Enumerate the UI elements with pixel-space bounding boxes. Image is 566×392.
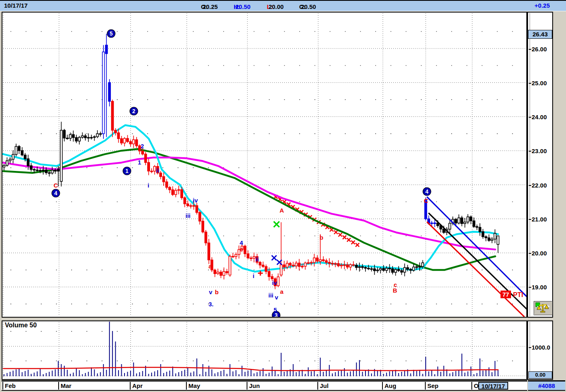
month-label-jun: Jun [249, 382, 260, 389]
svg-text:77: 77 [503, 291, 509, 298]
svg-text:3.: 3. [209, 301, 214, 308]
svg-text:b: b [319, 234, 323, 241]
green-x-icon [274, 221, 279, 227]
status-date: 10/17/17 [4, 2, 27, 9]
month-label-sep: Sep [427, 382, 439, 389]
volume-grid [3, 322, 526, 377]
ohlc-low: L: 20.00 [267, 2, 268, 9]
price-axis-label: 26.00 [532, 46, 547, 53]
volume-canvas[interactable]: Volume 50 [2, 321, 526, 379]
svg-text:4: 4 [425, 188, 429, 195]
month-tick [317, 382, 318, 390]
volume-pane-label: Volume 50 [5, 322, 37, 329]
month-label-o: O [474, 382, 479, 389]
svg-text:a: a [209, 263, 212, 270]
svg-text:c: c [240, 246, 243, 253]
svg-text:A: A [280, 207, 284, 214]
price-axis-label: 21.00 [532, 216, 547, 223]
svg-text:a: a [280, 288, 284, 295]
svg-text:2: 2 [132, 108, 135, 114]
price-tick [529, 49, 531, 50]
price-tick [529, 117, 531, 118]
price-axis-label: 19.00 [532, 284, 547, 291]
month-tick [382, 382, 383, 390]
volume-axis: 1000.0 0.00 [527, 320, 553, 380]
time-axis: FebMarAprMayJunJulAugSepO 10/17/17 [2, 380, 527, 391]
svg-text:ii: ii [256, 256, 259, 263]
svg-text:1: 1 [125, 168, 129, 174]
svg-text:1: 1 [138, 159, 141, 166]
volume-axis-label: 1000.0 [532, 344, 550, 351]
price-axis: 26.43 26.0025.0024.0023.0022.0021.0020.0… [527, 12, 553, 318]
svg-text:b: b [215, 289, 218, 295]
svg-text:PTI: PTI [513, 291, 523, 298]
month-label-jul: Jul [320, 382, 329, 389]
trend-lines [427, 197, 526, 317]
chart-number-box: #4088 [528, 380, 565, 391]
main-chart-canvas[interactable]: 521443C21iiiiviiiavb3.4ciiiiviiiva5AbcBC… [2, 13, 526, 317]
svg-text:C: C [424, 197, 429, 204]
high-price-badge: 26.43 [528, 30, 552, 39]
svg-text:5: 5 [110, 30, 113, 37]
svg-text:iv: iv [272, 279, 277, 286]
month-tick [130, 382, 131, 390]
price-axis-label: 24.00 [532, 114, 547, 120]
svg-text:i: i [253, 272, 254, 279]
svg-text:C: C [54, 182, 58, 189]
price-tick [529, 185, 531, 186]
ohlc-close: C: 20.50 [299, 2, 301, 9]
price-tick [529, 83, 531, 84]
volume-zero-badge: 0.00 [528, 371, 552, 379]
svg-text:4: 4 [54, 190, 57, 196]
price-axis-label: 20.00 [532, 250, 547, 257]
wave-labels: 521443C21iiiiviiiavb3.4ciiiiviiiva5AbcBC [52, 30, 431, 317]
svg-text:2: 2 [141, 143, 144, 150]
month-tick [2, 382, 3, 390]
month-tick [425, 382, 426, 390]
signal-markers [258, 221, 282, 276]
price-tick [529, 219, 531, 220]
svg-text:v: v [209, 289, 213, 295]
month-label-feb: Feb [5, 382, 16, 389]
price-axis-label: 23.00 [532, 148, 547, 154]
svg-text:5: 5 [274, 306, 277, 313]
svg-text:4: 4 [240, 239, 243, 246]
month-tick [247, 382, 247, 390]
status-bar: 10/17/17 O: 20.25 H: 20.50 L: 20.00 C: 2… [0, 1, 566, 11]
month-tick [58, 382, 59, 390]
svg-text:v: v [275, 294, 279, 301]
expert-alert-button[interactable] [534, 301, 553, 315]
svg-text:ii: ii [156, 167, 159, 174]
month-label-mar: Mar [61, 382, 72, 389]
volume-tick [529, 347, 531, 348]
month-label-may: May [188, 382, 200, 389]
month-label-aug: Aug [384, 382, 396, 389]
blue-x-icon [272, 255, 277, 260]
ohlc-open: O: 20.25 [201, 2, 203, 9]
price-axis-tick-column [530, 13, 530, 316]
svg-text:B: B [393, 287, 397, 294]
price-axis-label: 22.00 [532, 182, 547, 189]
price-tick [529, 151, 531, 152]
price-tick [529, 287, 531, 288]
ohlc-high: H: 20.50 [234, 2, 235, 9]
price-axis-label: 25.00 [532, 80, 547, 86]
month-tick [471, 382, 472, 390]
svg-text:iii: iii [186, 212, 191, 219]
month-tick [186, 382, 187, 390]
volume-axis-tick-column [530, 322, 530, 378]
price-tick [529, 253, 531, 254]
svg-text:iii: iii [268, 292, 274, 299]
svg-text:iv: iv [193, 197, 198, 204]
month-label-apr: Apr [132, 382, 143, 389]
change-value: +0.25 [534, 2, 550, 9]
svg-text:i: i [148, 182, 149, 189]
date-cursor-box: 10/17/17 [478, 382, 508, 390]
scales-icon [534, 301, 551, 314]
